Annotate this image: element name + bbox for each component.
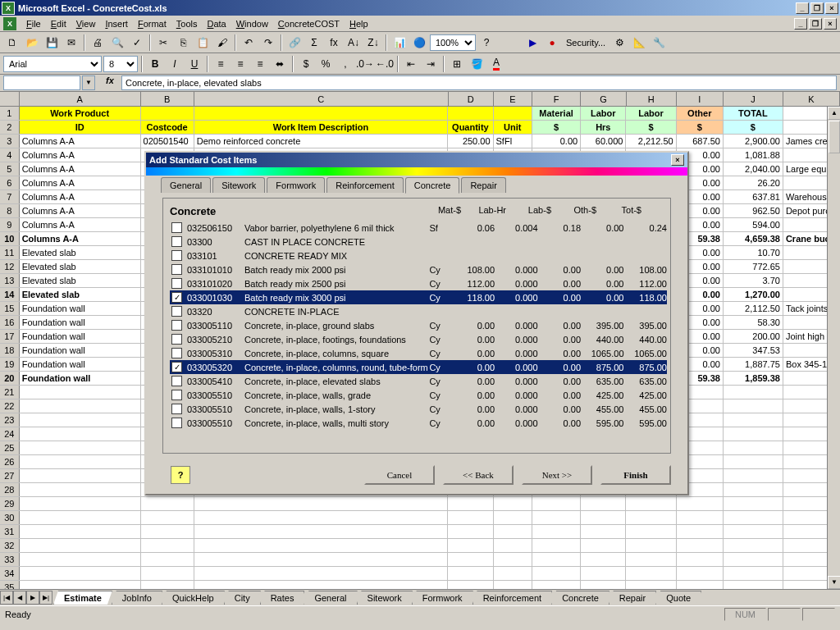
- row-header[interactable]: 15: [0, 302, 20, 315]
- cell[interactable]: [532, 581, 581, 589]
- cell[interactable]: [626, 525, 676, 538]
- cell[interactable]: ID: [20, 121, 141, 134]
- help-button[interactable]: ?: [477, 34, 495, 52]
- format-painter-button[interactable]: 🖌: [213, 34, 231, 52]
- row-header[interactable]: 26: [0, 455, 20, 468]
- cell[interactable]: [141, 553, 194, 566]
- italic-button[interactable]: I: [166, 55, 184, 73]
- col-header-H[interactable]: H: [627, 92, 677, 106]
- sheet-tab-formwork[interactable]: Formwork: [412, 591, 473, 605]
- align-left-button[interactable]: ≡: [212, 55, 230, 73]
- undo-button[interactable]: ↶: [240, 34, 258, 52]
- cost-item-row[interactable]: 03300CAST IN PLACE CONCRETE: [170, 235, 667, 249]
- cost-item-row[interactable]: 033101CONCRETE READY MIX: [170, 249, 667, 262]
- sheet-tab-jobinfo[interactable]: JobInfo: [112, 591, 162, 605]
- sheet-tab-quote[interactable]: Quote: [655, 591, 701, 605]
- cell[interactable]: [532, 553, 581, 566]
- menu-insert[interactable]: Insert: [100, 17, 133, 30]
- row-header[interactable]: 17: [0, 330, 20, 343]
- row-header[interactable]: 1: [0, 107, 20, 120]
- cell[interactable]: [581, 511, 626, 524]
- run-macro-button[interactable]: ▶: [523, 34, 541, 52]
- sheet-tab-rates[interactable]: Rates: [260, 591, 305, 605]
- cell[interactable]: [724, 386, 783, 399]
- cell[interactable]: [20, 539, 141, 552]
- cell[interactable]: [20, 413, 141, 427]
- col-header-C[interactable]: C: [194, 92, 449, 106]
- cell[interactable]: SfFl: [494, 135, 532, 148]
- cell[interactable]: [194, 567, 449, 580]
- menu-tools[interactable]: Tools: [171, 17, 203, 30]
- row-header[interactable]: 7: [0, 190, 20, 203]
- row-header[interactable]: 23: [0, 413, 20, 427]
- sheet-tab-general[interactable]: General: [304, 591, 357, 605]
- cell[interactable]: [20, 427, 141, 441]
- zoom-combo[interactable]: 100%: [430, 34, 476, 51]
- record-macro-button[interactable]: ●: [543, 34, 561, 52]
- cell[interactable]: [20, 441, 141, 454]
- cell[interactable]: [494, 553, 532, 566]
- cell[interactable]: [494, 511, 532, 524]
- col-header-I[interactable]: I: [677, 92, 724, 106]
- cell[interactable]: [448, 581, 493, 589]
- cell[interactable]: [20, 567, 141, 580]
- item-checkbox[interactable]: [171, 376, 182, 386]
- cell[interactable]: [494, 581, 532, 589]
- menu-edit[interactable]: Edit: [46, 17, 71, 30]
- cell[interactable]: [724, 441, 783, 454]
- tab-first-button[interactable]: |◀: [0, 591, 13, 605]
- col-header-F[interactable]: F: [532, 92, 581, 106]
- cell[interactable]: [448, 497, 493, 510]
- tab-next-button[interactable]: ▶: [26, 591, 39, 605]
- cell[interactable]: $: [626, 121, 676, 134]
- cell[interactable]: [724, 427, 783, 441]
- cell[interactable]: Foundation wall: [20, 330, 141, 343]
- cell[interactable]: Work Item Description: [194, 121, 449, 134]
- cost-item-row[interactable]: 033101020Batch ready mix 2500 psiCy112.0…: [170, 276, 667, 290]
- cost-item-row[interactable]: 032506150Vabor barrier, polyethylene 6 m…: [170, 221, 667, 235]
- cell[interactable]: 60.000: [581, 135, 626, 148]
- row-header[interactable]: 6: [0, 176, 20, 189]
- increase-indent-button[interactable]: ⇥: [422, 55, 440, 73]
- cell[interactable]: [724, 497, 783, 510]
- cell[interactable]: [448, 567, 493, 580]
- cell[interactable]: [581, 581, 626, 589]
- row-header[interactable]: 12: [0, 260, 20, 273]
- cell[interactable]: Columns A-A: [20, 204, 141, 217]
- doc-close-button[interactable]: ×: [824, 18, 837, 30]
- cell[interactable]: [194, 107, 449, 120]
- item-checkbox[interactable]: [171, 418, 182, 428]
- cell[interactable]: [494, 567, 532, 580]
- cell[interactable]: [141, 511, 194, 524]
- cell[interactable]: 2,212.50: [626, 135, 676, 148]
- dialog-titlebar[interactable]: Add Standard Cost Items ×: [146, 153, 687, 167]
- dialog-tab-sitework[interactable]: Sitework: [212, 177, 265, 193]
- cell[interactable]: Elevated slab: [20, 246, 141, 259]
- cell[interactable]: [724, 413, 783, 427]
- item-checkbox[interactable]: [171, 222, 182, 233]
- cell[interactable]: 200.00: [724, 330, 783, 343]
- cell[interactable]: [532, 525, 581, 538]
- cell[interactable]: Foundation wall: [20, 358, 141, 371]
- col-header-D[interactable]: D: [449, 92, 494, 106]
- cell[interactable]: Hrs: [581, 121, 626, 134]
- row-header[interactable]: 34: [0, 567, 20, 580]
- cell[interactable]: Columns A-A: [20, 190, 141, 203]
- cell[interactable]: 58.30: [724, 316, 783, 329]
- cell[interactable]: [677, 567, 724, 580]
- fx-button[interactable]: fx: [102, 75, 118, 90]
- row-header[interactable]: 14: [0, 288, 20, 301]
- row-header[interactable]: 13: [0, 274, 20, 287]
- row-header[interactable]: 11: [0, 246, 20, 259]
- cell[interactable]: [141, 581, 194, 589]
- sheet-tab-city[interactable]: City: [224, 591, 261, 605]
- items-list[interactable]: 032506150Vabor barrier, polyethylene 6 m…: [170, 221, 667, 431]
- menu-view[interactable]: View: [71, 17, 101, 30]
- cell[interactable]: [677, 553, 724, 566]
- percent-button[interactable]: %: [317, 55, 335, 73]
- cell[interactable]: [532, 539, 581, 552]
- menu-file[interactable]: File: [21, 17, 46, 30]
- cell[interactable]: Columns A-A: [20, 162, 141, 176]
- cost-item-row[interactable]: 033005110Concrete, in-place, ground slab…: [170, 318, 667, 332]
- hyperlink-button[interactable]: 🔗: [285, 34, 304, 52]
